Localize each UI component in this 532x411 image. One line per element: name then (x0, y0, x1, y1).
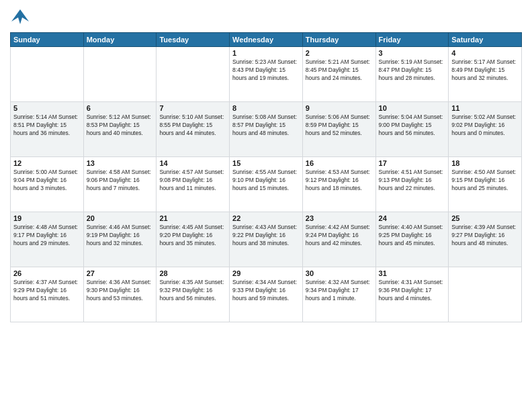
calendar-cell: 29Sunrise: 4:34 AM Sunset: 9:33 PM Dayli… (230, 267, 303, 322)
day-info: Sunrise: 4:42 AM Sunset: 9:24 PM Dayligh… (306, 224, 373, 248)
day-info: Sunrise: 4:45 AM Sunset: 9:20 PM Dayligh… (159, 224, 226, 248)
day-number: 6 (87, 104, 154, 112)
calendar-cell: 18Sunrise: 4:50 AM Sunset: 9:15 PM Dayli… (449, 157, 522, 212)
day-number: 13 (87, 159, 154, 167)
day-number: 14 (159, 159, 226, 167)
day-info: Sunrise: 4:31 AM Sunset: 9:36 PM Dayligh… (379, 279, 446, 303)
day-info: Sunrise: 4:43 AM Sunset: 9:22 PM Dayligh… (232, 224, 300, 248)
calendar-cell (83, 47, 157, 102)
day-info: Sunrise: 5:19 AM Sunset: 8:47 PM Dayligh… (379, 58, 446, 83)
day-number: 17 (379, 159, 446, 167)
calendar-cell: 16Sunrise: 4:53 AM Sunset: 9:12 PM Dayli… (302, 157, 375, 212)
header-monday: Monday (83, 33, 157, 47)
day-number: 1 (232, 49, 300, 57)
calendar-cell (157, 47, 230, 102)
calendar-cell (11, 47, 84, 102)
day-number: 9 (306, 104, 373, 112)
day-info: Sunrise: 5:23 AM Sunset: 8:43 PM Dayligh… (232, 58, 300, 83)
calendar-cell: 4Sunrise: 5:17 AM Sunset: 8:49 PM Daylig… (449, 47, 522, 102)
week-row: 19Sunrise: 4:48 AM Sunset: 9:17 PM Dayli… (11, 212, 522, 267)
day-info: Sunrise: 5:06 AM Sunset: 8:59 PM Dayligh… (306, 113, 373, 138)
day-number: 4 (451, 49, 519, 57)
calendar-cell: 22Sunrise: 4:43 AM Sunset: 9:22 PM Dayli… (230, 212, 303, 267)
week-row: 12Sunrise: 5:00 AM Sunset: 9:04 PM Dayli… (11, 157, 522, 212)
week-row: 26Sunrise: 4:37 AM Sunset: 9:29 PM Dayli… (11, 267, 522, 322)
day-info: Sunrise: 5:14 AM Sunset: 8:51 PM Dayligh… (13, 113, 81, 138)
day-number: 24 (379, 214, 446, 222)
day-info: Sunrise: 4:39 AM Sunset: 9:27 PM Dayligh… (451, 224, 519, 248)
calendar-header: Sunday Monday Tuesday Wednesday Thursday… (11, 33, 522, 47)
header-thursday: Thursday (302, 33, 375, 47)
day-info: Sunrise: 4:57 AM Sunset: 9:08 PM Dayligh… (159, 169, 226, 193)
calendar-cell: 13Sunrise: 4:58 AM Sunset: 9:06 PM Dayli… (83, 157, 157, 212)
week-row: 5Sunrise: 5:14 AM Sunset: 8:51 PM Daylig… (11, 102, 522, 157)
calendar-table: Sunday Monday Tuesday Wednesday Thursday… (10, 32, 522, 322)
week-row: 1Sunrise: 5:23 AM Sunset: 8:43 PM Daylig… (11, 47, 522, 102)
day-info: Sunrise: 4:36 AM Sunset: 9:30 PM Dayligh… (87, 279, 154, 303)
day-number: 26 (13, 269, 81, 277)
calendar-cell: 7Sunrise: 5:10 AM Sunset: 8:55 PM Daylig… (157, 102, 230, 157)
calendar-cell: 12Sunrise: 5:00 AM Sunset: 9:04 PM Dayli… (11, 157, 84, 212)
day-info: Sunrise: 4:40 AM Sunset: 9:25 PM Dayligh… (379, 224, 446, 248)
logo (10, 7, 33, 27)
day-number: 31 (379, 269, 446, 277)
calendar-cell: 19Sunrise: 4:48 AM Sunset: 9:17 PM Dayli… (11, 212, 84, 267)
day-info: Sunrise: 5:04 AM Sunset: 9:00 PM Dayligh… (379, 113, 446, 138)
day-info: Sunrise: 5:02 AM Sunset: 9:02 PM Dayligh… (451, 113, 519, 138)
calendar-body: 1Sunrise: 5:23 AM Sunset: 8:43 PM Daylig… (11, 47, 522, 322)
calendar-cell: 28Sunrise: 4:35 AM Sunset: 9:32 PM Dayli… (157, 267, 230, 322)
day-number: 30 (306, 269, 373, 277)
day-number: 28 (159, 269, 226, 277)
calendar-cell: 8Sunrise: 5:08 AM Sunset: 8:57 PM Daylig… (230, 102, 303, 157)
svg-marker-0 (11, 9, 29, 24)
header-wednesday: Wednesday (230, 33, 303, 47)
day-info: Sunrise: 5:12 AM Sunset: 8:53 PM Dayligh… (87, 113, 154, 138)
logo-icon (10, 7, 30, 27)
day-info: Sunrise: 4:46 AM Sunset: 9:19 PM Dayligh… (87, 224, 154, 248)
day-info: Sunrise: 4:53 AM Sunset: 9:12 PM Dayligh… (306, 169, 373, 193)
day-number: 5 (13, 104, 81, 112)
calendar-cell: 26Sunrise: 4:37 AM Sunset: 9:29 PM Dayli… (11, 267, 84, 322)
day-number: 23 (306, 214, 373, 222)
calendar-cell: 25Sunrise: 4:39 AM Sunset: 9:27 PM Dayli… (449, 212, 522, 267)
calendar-cell: 14Sunrise: 4:57 AM Sunset: 9:08 PM Dayli… (157, 157, 230, 212)
day-number: 8 (232, 104, 300, 112)
day-number: 25 (451, 214, 519, 222)
calendar-cell: 30Sunrise: 4:32 AM Sunset: 9:34 PM Dayli… (302, 267, 375, 322)
calendar-cell: 1Sunrise: 5:23 AM Sunset: 8:43 PM Daylig… (230, 47, 303, 102)
day-info: Sunrise: 4:32 AM Sunset: 9:34 PM Dayligh… (306, 279, 373, 303)
day-number: 18 (451, 159, 519, 167)
day-info: Sunrise: 5:00 AM Sunset: 9:04 PM Dayligh… (13, 169, 81, 193)
day-number: 2 (306, 49, 373, 57)
header-tuesday: Tuesday (157, 33, 230, 47)
day-info: Sunrise: 4:55 AM Sunset: 9:10 PM Dayligh… (232, 169, 300, 193)
day-number: 20 (87, 214, 154, 222)
calendar-cell: 9Sunrise: 5:06 AM Sunset: 8:59 PM Daylig… (302, 102, 375, 157)
day-number: 16 (306, 159, 373, 167)
day-info: Sunrise: 4:37 AM Sunset: 9:29 PM Dayligh… (13, 279, 81, 303)
day-number: 10 (379, 104, 446, 112)
day-info: Sunrise: 4:50 AM Sunset: 9:15 PM Dayligh… (451, 169, 519, 193)
calendar-cell: 5Sunrise: 5:14 AM Sunset: 8:51 PM Daylig… (11, 102, 84, 157)
day-info: Sunrise: 5:08 AM Sunset: 8:57 PM Dayligh… (232, 113, 300, 138)
calendar-cell: 11Sunrise: 5:02 AM Sunset: 9:02 PM Dayli… (449, 102, 522, 157)
calendar-cell: 6Sunrise: 5:12 AM Sunset: 8:53 PM Daylig… (83, 102, 157, 157)
calendar-cell: 17Sunrise: 4:51 AM Sunset: 9:13 PM Dayli… (375, 157, 449, 212)
calendar-cell: 20Sunrise: 4:46 AM Sunset: 9:19 PM Dayli… (83, 212, 157, 267)
calendar-cell: 31Sunrise: 4:31 AM Sunset: 9:36 PM Dayli… (375, 267, 449, 322)
header-sunday: Sunday (11, 33, 84, 47)
day-number: 19 (13, 214, 81, 222)
day-number: 3 (379, 49, 446, 57)
day-info: Sunrise: 5:10 AM Sunset: 8:55 PM Dayligh… (159, 113, 226, 138)
calendar-cell: 21Sunrise: 4:45 AM Sunset: 9:20 PM Dayli… (157, 212, 230, 267)
day-number: 7 (159, 104, 226, 112)
calendar-cell: 15Sunrise: 4:55 AM Sunset: 9:10 PM Dayli… (230, 157, 303, 212)
day-info: Sunrise: 4:34 AM Sunset: 9:33 PM Dayligh… (232, 279, 300, 303)
day-number: 29 (232, 269, 300, 277)
day-info: Sunrise: 4:51 AM Sunset: 9:13 PM Dayligh… (379, 169, 446, 193)
day-info: Sunrise: 4:58 AM Sunset: 9:06 PM Dayligh… (87, 169, 154, 193)
day-info: Sunrise: 4:48 AM Sunset: 9:17 PM Dayligh… (13, 224, 81, 248)
day-number: 27 (87, 269, 154, 277)
calendar-cell: 27Sunrise: 4:36 AM Sunset: 9:30 PM Dayli… (83, 267, 157, 322)
header (10, 7, 522, 27)
